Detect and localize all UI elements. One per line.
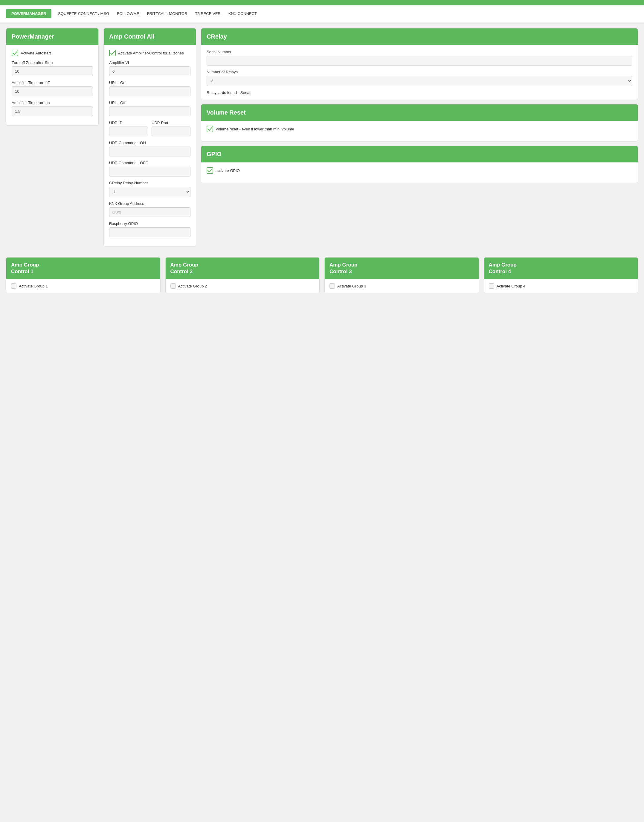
raspberry-gpio-input[interactable] xyxy=(109,227,190,237)
gpio-label: activate GPIO xyxy=(216,168,240,173)
turn-off-zone-input[interactable] xyxy=(12,66,93,76)
udp-cmd-off-input[interactable] xyxy=(109,167,190,177)
url-off-input[interactable] xyxy=(109,106,190,116)
num-relays-group: Number of Relays 1 2 3 4 xyxy=(207,70,632,86)
udp-ip-label: UDP-IP xyxy=(109,121,148,125)
crelay-relay-label: CRelay Relay-Number xyxy=(109,181,190,185)
volume-reset-label: Volume reset - even if lower than min. v… xyxy=(216,127,294,131)
udp-port-group: UDP-Port xyxy=(152,121,190,137)
volume-reset-card: Volume Reset Volume reset - even if lowe… xyxy=(201,104,638,141)
activate-group-1-checkbox[interactable] xyxy=(11,283,17,289)
amp-control-all-title: Amp Control All xyxy=(104,28,196,45)
url-on-label: URL - On xyxy=(109,80,190,85)
crelay-title: CRelay xyxy=(201,28,638,45)
nav-knx-connect[interactable]: KNX-CONNECT xyxy=(227,9,258,18)
activate-group-1-row: Activate Group 1 xyxy=(11,283,155,289)
serial-number-group: Serial Number xyxy=(207,50,632,66)
amp-group-2-card: Amp GroupControl 2 Activate Group 2 xyxy=(165,257,320,293)
autostart-checkbox-icon[interactable] xyxy=(12,50,18,56)
knx-group-group: KNX Group Address xyxy=(109,201,190,217)
nav-fritzcall[interactable]: FRITZCALL-MONITOR xyxy=(146,9,189,18)
volume-reset-checkbox-icon[interactable] xyxy=(207,126,213,132)
activate-group-4-checkbox[interactable] xyxy=(489,283,494,289)
activate-autostart-label: Activate Autostart xyxy=(21,51,51,55)
amplifier-vi-group: Amplifier VI xyxy=(109,60,190,76)
udp-cmd-off-label: UDP-Command - OFF xyxy=(109,161,190,165)
udp-ip-group: UDP-IP xyxy=(109,121,148,137)
amp-group-4-card: Amp GroupControl 4 Activate Group 4 xyxy=(484,257,638,293)
amplifier-vi-label: Amplifier VI xyxy=(109,60,190,65)
udp-cmd-on-group: UDP-Command - ON xyxy=(109,141,190,157)
url-on-group: URL - On xyxy=(109,80,190,96)
url-on-input[interactable] xyxy=(109,86,190,96)
volume-reset-title: Volume Reset xyxy=(201,104,638,121)
activate-group-2-label: Activate Group 2 xyxy=(178,284,207,288)
udp-cmd-on-input[interactable] xyxy=(109,147,190,157)
raspberry-gpio-label: Raspberry GPIO xyxy=(109,221,190,226)
amp-group-2-title: Amp GroupControl 2 xyxy=(166,258,320,279)
amplifier-vi-input[interactable] xyxy=(109,66,190,76)
url-off-group: URL - Off xyxy=(109,100,190,116)
nav-followme[interactable]: FOLLOWME xyxy=(116,9,140,18)
activate-group-2-row: Activate Group 2 xyxy=(170,283,315,289)
amp-time-off-label: Amplifier-Time turn off xyxy=(12,80,93,85)
amp-groups-section: Amp GroupControl 1 Activate Group 1 Amp … xyxy=(0,252,644,298)
activate-group-1-label: Activate Group 1 xyxy=(19,284,48,288)
udp-cmd-on-label: UDP-Command - ON xyxy=(109,141,190,145)
top-bar xyxy=(0,0,644,5)
activate-amp-checkbox-icon[interactable] xyxy=(109,50,116,56)
activate-amp-control-label: Activate Amplifier-Control for all zones xyxy=(118,51,184,55)
nav-t5receiver[interactable]: T5 RECEIVER xyxy=(194,9,222,18)
amp-group-3-title: Amp GroupControl 3 xyxy=(325,258,479,279)
activate-group-3-label: Activate Group 3 xyxy=(337,284,366,288)
volume-reset-row: Volume reset - even if lower than min. v… xyxy=(207,126,632,132)
activate-autostart-row: Activate Autostart xyxy=(12,50,93,56)
amp-time-off-group: Amplifier-Time turn off xyxy=(12,80,93,96)
udp-port-label: UDP-Port xyxy=(152,121,190,125)
activate-group-3-checkbox[interactable] xyxy=(330,283,335,289)
nav-bar: POWERMANAGER SQUEEZE-CONNECT / MSG FOLLO… xyxy=(0,5,644,22)
crelay-relay-group: CRelay Relay-Number 1 2 3 4 xyxy=(109,181,190,197)
nav-squeeze-connect[interactable]: SQUEEZE-CONNECT / MSG xyxy=(57,9,110,18)
relaycards-label: Relaycards found - Serial: xyxy=(207,90,632,95)
gpio-checkbox-icon[interactable] xyxy=(207,167,213,174)
gpio-card: GPIO activate GPIO xyxy=(201,146,638,183)
crelay-card: CRelay Serial Number Number of Relays 1 … xyxy=(201,28,638,100)
amp-group-1-title: Amp GroupControl 1 xyxy=(6,258,160,279)
amp-control-all-card: Amp Control All Activate Amplifier-Contr… xyxy=(103,28,196,246)
activate-group-4-label: Activate Group 4 xyxy=(497,284,526,288)
amp-group-3-card: Amp GroupControl 3 Activate Group 3 xyxy=(324,257,479,293)
serial-number-input[interactable] xyxy=(207,55,632,66)
right-column: CRelay Serial Number Number of Relays 1 … xyxy=(201,28,638,183)
udp-port-input[interactable] xyxy=(152,126,190,137)
amp-group-1-card: Amp GroupControl 1 Activate Group 1 xyxy=(6,257,161,293)
crelay-relay-select[interactable]: 1 2 3 4 xyxy=(109,187,190,197)
activate-amp-control-row: Activate Amplifier-Control for all zones xyxy=(109,50,190,56)
knx-group-input[interactable] xyxy=(109,207,190,217)
num-relays-select[interactable]: 1 2 3 4 xyxy=(207,76,632,86)
knx-group-label: KNX Group Address xyxy=(109,201,190,206)
main-content: PowerManager Activate Autostart Turn off… xyxy=(0,22,644,252)
activate-group-4-row: Activate Group 4 xyxy=(489,283,633,289)
amp-time-on-label: Amplifier-Time turn on xyxy=(12,100,93,105)
nav-powermanager[interactable]: POWERMANAGER xyxy=(6,9,51,18)
amp-time-on-group: Amplifier-Time turn on xyxy=(12,100,93,116)
num-relays-label: Number of Relays xyxy=(207,70,632,74)
udp-row: UDP-IP UDP-Port xyxy=(109,121,190,141)
amp-group-4-title: Amp GroupControl 4 xyxy=(484,258,638,279)
gpio-title: GPIO xyxy=(201,146,638,163)
powermanager-card: PowerManager Activate Autostart Turn off… xyxy=(6,28,99,126)
raspberry-gpio-group: Raspberry GPIO xyxy=(109,221,190,237)
gpio-row: activate GPIO xyxy=(207,167,632,174)
url-off-label: URL - Off xyxy=(109,100,190,105)
turn-off-zone-label: Turn off Zone after Stop xyxy=(12,60,93,65)
udp-cmd-off-group: UDP-Command - OFF xyxy=(109,161,190,177)
activate-group-2-checkbox[interactable] xyxy=(170,283,176,289)
amp-time-off-input[interactable] xyxy=(12,86,93,96)
turn-off-zone-group: Turn off Zone after Stop xyxy=(12,60,93,76)
amp-time-on-input[interactable] xyxy=(12,106,93,116)
udp-ip-input[interactable] xyxy=(109,126,148,137)
serial-number-label: Serial Number xyxy=(207,50,632,54)
powermanager-title: PowerManager xyxy=(6,28,98,45)
activate-group-3-row: Activate Group 3 xyxy=(330,283,474,289)
